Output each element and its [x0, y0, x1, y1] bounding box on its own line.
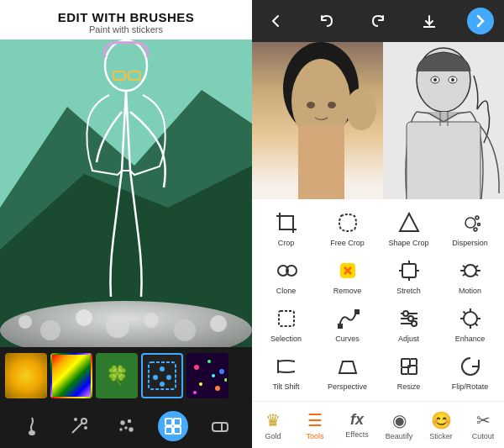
svg-point-11 — [106, 314, 129, 338]
motion-tool[interactable]: Motion — [443, 252, 497, 298]
svg-point-76 — [408, 316, 413, 321]
sticker-brush-tool[interactable] — [158, 411, 188, 441]
svg-point-9 — [40, 320, 60, 340]
svg-rect-67 — [402, 264, 416, 277]
svg-point-25 — [224, 378, 228, 382]
nav-effects[interactable]: fx Effects — [336, 411, 378, 439]
svg-point-33 — [129, 420, 131, 423]
svg-rect-38 — [174, 419, 181, 425]
svg-point-24 — [215, 386, 220, 391]
svg-point-61 — [475, 216, 479, 219]
svg-point-68 — [465, 265, 476, 277]
download-button[interactable] — [416, 8, 443, 34]
tools-grid: Crop Free Crop Shape Crop — [252, 199, 504, 401]
enhance-tool[interactable]: Enhance — [443, 300, 497, 346]
tools-row-3: Selection Curves — [255, 300, 501, 346]
svg-point-10 — [76, 309, 92, 326]
bottom-toolbar — [0, 404, 252, 448]
magic-tool[interactable] — [64, 411, 94, 441]
dispersion-tool[interactable]: Dispersion — [443, 204, 497, 250]
svg-point-3 — [105, 40, 147, 91]
nav-sticker[interactable]: 😊 Sticker — [420, 410, 462, 440]
svg-point-47 — [328, 102, 336, 108]
adjust-tool[interactable]: Adjust — [381, 300, 436, 346]
svg-point-16 — [160, 366, 165, 372]
svg-point-35 — [129, 428, 133, 431]
svg-rect-39 — [165, 427, 172, 434]
bottom-nav: ♛ Gold ☰ Tools fx Effects ◉ Beautify 😊 S… — [252, 401, 504, 448]
curves-tool[interactable]: Curves — [320, 300, 375, 346]
brush-tool[interactable] — [17, 411, 47, 441]
svg-point-18 — [166, 375, 171, 380]
svg-point-78 — [464, 312, 477, 325]
svg-point-29 — [81, 419, 87, 424]
svg-marker-59 — [400, 213, 418, 231]
remove-tool[interactable]: Remove — [320, 252, 375, 298]
tilt-shift-tool[interactable]: Tilt Shift — [259, 348, 313, 394]
nav-tools[interactable]: ☰ Tools — [294, 410, 336, 440]
svg-point-20 — [194, 365, 199, 370]
svg-point-77 — [412, 321, 417, 326]
svg-point-21 — [207, 360, 211, 363]
svg-point-19 — [160, 382, 165, 387]
svg-rect-40 — [174, 427, 181, 434]
eraser-tool[interactable] — [205, 411, 235, 441]
svg-point-63 — [474, 228, 477, 231]
redo-button[interactable] — [365, 8, 391, 34]
svg-rect-48 — [298, 126, 344, 199]
undo-button[interactable] — [313, 8, 340, 34]
svg-marker-85 — [339, 361, 356, 373]
svg-rect-41 — [213, 423, 228, 431]
svg-point-36 — [125, 427, 127, 429]
svg-rect-71 — [355, 310, 359, 314]
next-button[interactable] — [467, 8, 494, 34]
svg-point-22 — [219, 369, 224, 374]
shape-crop-tool[interactable]: Shape Crop — [381, 204, 436, 250]
selection-tool[interactable]: Selection — [259, 300, 313, 346]
svg-point-8 — [18, 315, 32, 329]
perspective-tool[interactable]: Perspective — [320, 348, 375, 394]
flip-rotate-tool[interactable]: Flip/Rotate — [443, 348, 497, 394]
svg-point-55 — [451, 78, 454, 82]
svg-rect-37 — [165, 419, 172, 425]
sticker-rainbow[interactable] — [50, 353, 92, 398]
sticker-clover[interactable]: 🍀 — [96, 353, 138, 398]
svg-point-30 — [75, 419, 76, 420]
svg-rect-5 — [129, 71, 140, 80]
left-header: EDIT WITH BRUSHES Paint with stickers — [0, 0, 252, 40]
tools-row-1: Crop Free Crop Shape Crop — [255, 204, 501, 250]
svg-point-62 — [477, 224, 480, 226]
nav-gold[interactable]: ♛ Gold — [252, 410, 294, 440]
main-subtitle: Paint with stickers — [8, 24, 244, 34]
svg-rect-56 — [407, 122, 480, 199]
sparkle-tool[interactable] — [111, 411, 141, 441]
svg-rect-70 — [339, 324, 342, 328]
svg-point-26 — [193, 391, 197, 394]
svg-point-17 — [153, 375, 158, 380]
right-header — [252, 0, 504, 42]
svg-point-60 — [465, 218, 475, 228]
stretch-tool[interactable]: Stretch — [381, 252, 436, 298]
back-button[interactable] — [262, 8, 289, 34]
svg-point-46 — [307, 102, 315, 108]
svg-point-49 — [346, 88, 376, 130]
nav-beautify[interactable]: ◉ Beautify — [378, 410, 420, 440]
left-panel: EDIT WITH BRUSHES Paint with stickers — [0, 0, 252, 448]
nav-cutout[interactable]: ✂ Cutout — [462, 410, 504, 440]
svg-point-54 — [433, 78, 437, 82]
svg-point-14 — [210, 315, 227, 332]
svg-point-31 — [85, 427, 87, 429]
tools-row-2: Clone Remove Stretch — [255, 252, 501, 298]
sticker-selected[interactable] — [141, 353, 183, 398]
crop-tool[interactable]: Crop — [259, 204, 313, 250]
sticker-confetti[interactable] — [186, 353, 228, 398]
svg-point-23 — [199, 382, 202, 386]
free-crop-tool[interactable]: Free Crop — [320, 204, 375, 250]
svg-point-28 — [29, 431, 34, 435]
svg-line-83 — [463, 312, 465, 314]
resize-tool[interactable]: Resize — [381, 348, 436, 394]
sticker-gold[interactable] — [5, 353, 47, 398]
svg-point-34 — [120, 429, 122, 430]
clone-tool[interactable]: Clone — [259, 252, 313, 298]
svg-point-27 — [212, 374, 215, 377]
